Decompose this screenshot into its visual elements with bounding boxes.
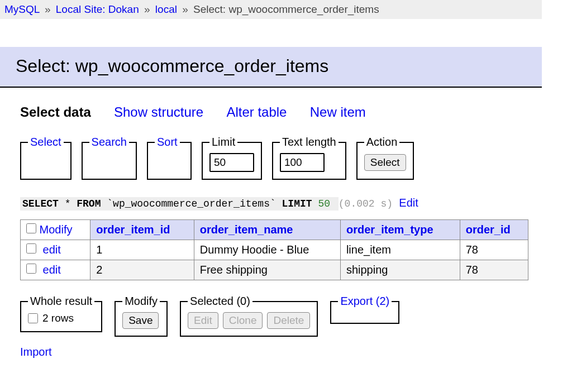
fieldset-action: Action Select	[356, 136, 414, 180]
selected-clone-button[interactable]: Clone	[223, 312, 263, 329]
cell-order-item-type: shipping	[340, 260, 460, 280]
row-checkbox[interactable]	[26, 264, 36, 274]
cell-order-item-id: 1	[90, 240, 194, 260]
cell-order-item-type: line_item	[340, 240, 460, 260]
breadcrumb-sep: »	[144, 3, 150, 15]
row-edit-cell: edit	[21, 260, 90, 280]
import-link[interactable]: Import	[20, 346, 52, 358]
tab-select-data[interactable]: Select data	[20, 104, 91, 119]
row-edit-link[interactable]: edit	[43, 243, 61, 256]
sql-table: `wp_woocommerce_order_items`	[107, 198, 275, 209]
table-header-row: Modify order_item_id order_item_name ord…	[21, 220, 528, 240]
fieldset-whole-result: Whole result 2 rows	[20, 295, 102, 332]
sql-timing: (0.002 s)	[339, 198, 393, 209]
fieldset-export[interactable]: Export (2)	[330, 295, 399, 324]
save-button[interactable]: Save	[122, 312, 159, 329]
sql-kw-limit: LIMIT	[282, 198, 312, 209]
legend-limit: Limit	[209, 136, 237, 149]
cell-order-id: 78	[460, 240, 528, 260]
tabs: Select data Show structure Alter table N…	[20, 104, 542, 120]
legend-select[interactable]: Select	[28, 136, 64, 149]
legend-modify: Modify	[122, 295, 160, 308]
legend-export[interactable]: Export (2)	[338, 295, 392, 308]
breadcrumb-sep: »	[45, 3, 51, 15]
breadcrumb-link-site[interactable]: Local Site: Dokan	[56, 3, 139, 15]
rows-count-label: 2 rows	[42, 312, 74, 324]
title-bar: Select: wp_woocommerce_order_items	[0, 47, 542, 87]
breadcrumb-link-mysql[interactable]: MySQL	[4, 3, 40, 15]
col-order-item-id[interactable]: order_item_id	[90, 220, 194, 240]
legend-selected: Selected (0)	[188, 295, 252, 308]
legend-text-length: Text length	[280, 136, 339, 149]
tab-show-structure[interactable]: Show structure	[114, 104, 203, 119]
breadcrumb-sep: »	[182, 3, 188, 15]
fieldset-limit: Limit	[202, 136, 262, 180]
cell-order-id: 78	[460, 260, 528, 280]
row-checkbox[interactable]	[26, 243, 36, 254]
legend-action: Action	[364, 136, 400, 149]
col-order-item-type[interactable]: order_item_type	[340, 220, 460, 240]
text-length-input[interactable]	[280, 153, 325, 172]
cell-order-item-id: 2	[90, 260, 194, 280]
legend-whole-result: Whole result	[28, 295, 94, 308]
col-order-id[interactable]: order_id	[460, 220, 528, 240]
breadcrumb-link-db[interactable]: local	[155, 3, 177, 15]
table-row: edit 2 Free shipping shipping 78	[21, 260, 528, 280]
selected-delete-button[interactable]: Delete	[267, 312, 310, 329]
title-wrap: Select: wp_woocommerce_order_items	[0, 47, 542, 88]
fieldset-search[interactable]: Search	[82, 136, 137, 180]
legend-search[interactable]: Search	[89, 136, 129, 149]
fieldset-select[interactable]: Select	[20, 136, 72, 180]
fieldset-text-length: Text length	[272, 136, 346, 180]
cell-order-item-name: Dummy Hoodie - Blue	[194, 240, 340, 260]
results-table: Modify order_item_id order_item_name ord…	[20, 219, 528, 280]
select-all-checkbox[interactable]	[26, 223, 36, 233]
sql-limit-n: 50	[318, 198, 330, 209]
sql-query: SELECT * FROM `wp_woocommerce_order_item…	[20, 198, 393, 209]
filter-row: Select Search Sort Limit Text length Act…	[20, 136, 542, 180]
col-modify[interactable]: Modify	[21, 220, 90, 240]
whole-result-checkbox[interactable]	[28, 313, 38, 323]
sql-edit-link[interactable]: Edit	[399, 197, 418, 209]
cell-order-item-name: Free shipping	[194, 260, 340, 280]
limit-input[interactable]	[209, 153, 254, 172]
table-row: edit 1 Dummy Hoodie - Blue line_item 78	[21, 240, 528, 260]
fieldset-selected: Selected (0) Edit Clone Delete	[180, 295, 318, 337]
select-button[interactable]: Select	[364, 154, 406, 171]
page-title: Select: wp_woocommerce_order_items	[16, 56, 526, 77]
modify-label[interactable]: Modify	[40, 223, 73, 236]
footer-row: Whole result 2 rows Modify Save Selected…	[20, 295, 542, 337]
tab-new-item[interactable]: New item	[310, 104, 366, 119]
fieldset-modify: Modify Save	[115, 295, 168, 337]
selected-edit-button[interactable]: Edit	[188, 312, 218, 329]
breadcrumb-current: Select: wp_woocommerce_order_items	[193, 3, 379, 15]
breadcrumb: MySQL » Local Site: Dokan » local » Sele…	[0, 0, 542, 19]
sql-kw-from: FROM	[77, 198, 101, 209]
tab-alter-table[interactable]: Alter table	[226, 104, 287, 119]
sql-line-wrap: SELECT * FROM `wp_woocommerce_order_item…	[20, 197, 542, 215]
row-edit-link[interactable]: edit	[43, 264, 61, 276]
legend-sort[interactable]: Sort	[155, 136, 180, 149]
col-order-item-name[interactable]: order_item_name	[194, 220, 340, 240]
row-edit-cell: edit	[21, 240, 90, 260]
sql-star: *	[65, 198, 71, 209]
sql-kw-select: SELECT	[22, 198, 59, 209]
fieldset-sort[interactable]: Sort	[147, 136, 192, 180]
